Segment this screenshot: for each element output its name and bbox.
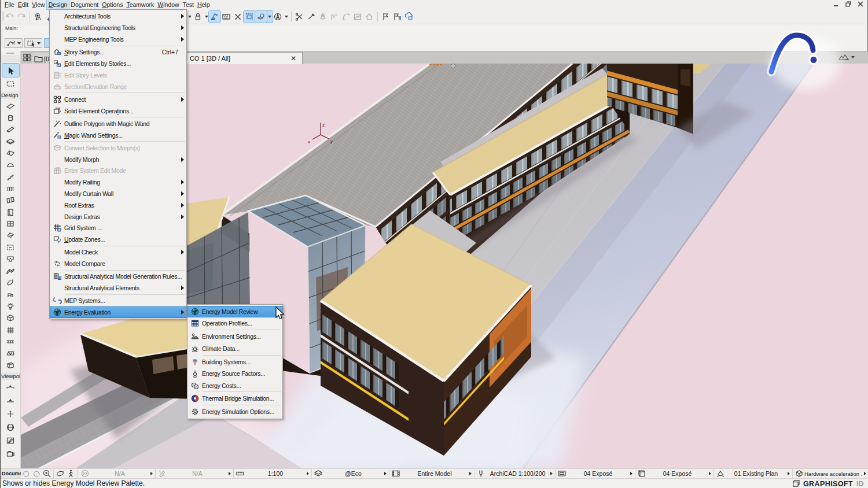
nav-button-zoom[interactable] [42, 469, 52, 478]
menubar-item-edit[interactable]: Edit [16, 0, 30, 9]
toolbar-button-fillet[interactable] [340, 11, 352, 23]
menu-item-section-elevation-range[interactable]: Section/Elevation Range [50, 81, 186, 93]
menu-item-model-check[interactable]: Model Check [50, 246, 186, 258]
submenu-item-energy-simulation-options[interactable]: Energy Simulation Options... [187, 406, 282, 418]
toolbar-button-cloud-download[interactable] [403, 11, 415, 23]
menu-item-structural-analytical-elements[interactable]: Structural Analytical Elements [50, 282, 186, 294]
quick-option-camera-view[interactable]: N/A [79, 469, 156, 478]
tool-grid-element[interactable] [2, 324, 19, 335]
menu-item-mep-systems[interactable]: MEP Systems... [50, 295, 186, 306]
tool-shell[interactable] [2, 159, 19, 171]
tab-active[interactable]: CO 1 [3D / All] ✕ [185, 52, 303, 64]
dock-drag-handle[interactable] [2, 28, 2, 47]
menubar-item-test[interactable]: Test [181, 0, 196, 9]
toolbar-button-split[interactable] [294, 11, 306, 23]
tab-pickup[interactable]: [0 [32, 53, 51, 64]
tool-slab[interactable] [2, 135, 19, 147]
nav-button-orbit[interactable] [55, 469, 65, 478]
tool-railing[interactable] [2, 183, 19, 194]
tool-3d-document[interactable] [2, 421, 19, 434]
dock-button-polyline-preview[interactable] [5, 38, 23, 48]
toolbar-button-corner-window[interactable] [329, 11, 340, 23]
menu-item-mep-engineering-tools[interactable]: MEP Engineering Tools [50, 34, 186, 45]
submenu-item-thermal-bridge-simulation[interactable]: Thermal Bridge Simulation... [187, 393, 282, 405]
toolbar-button-lock[interactable] [192, 11, 204, 23]
toolbar-button-place-tree[interactable] [317, 11, 329, 23]
menubar-item-window[interactable]: Window [156, 0, 181, 9]
menubar-item-design[interactable]: Design [47, 0, 69, 9]
tool-worksheet[interactable] [2, 448, 19, 461]
tool-arrow[interactable] [2, 64, 19, 77]
submenu-item-energy-model-review[interactable]: Energy Model Review [187, 306, 282, 318]
menubar-item-view[interactable]: View [30, 0, 47, 9]
dropdown-arrow-icon[interactable] [267, 11, 272, 23]
menu-item-grid-system[interactable]: Grid System ... [50, 222, 186, 234]
menubar-item-teamwork[interactable]: Teamwork [124, 0, 156, 9]
tool-stair[interactable] [2, 171, 19, 182]
tool-detail[interactable] [2, 434, 19, 448]
menu-item-connect[interactable]: Connect [50, 94, 186, 105]
toolbar-button-virtual-trace[interactable] [209, 11, 220, 23]
tool-lamp[interactable] [2, 301, 19, 312]
dropdown-arrow-icon[interactable] [284, 11, 289, 23]
toolbar-button-redo[interactable] [16, 11, 27, 23]
quick-option-model-view-options[interactable]: 04 Exposé [556, 469, 635, 478]
quick-option-structure-display[interactable]: Entire Model [389, 469, 475, 478]
dock-button-marquee-preview[interactable] [24, 38, 42, 48]
menu-item-modify-curtain-wall[interactable]: Modify Curtain Wall [50, 188, 186, 199]
menu-item-structural-analytical-model-generation-rules[interactable]: Structural Analytical Model Generation R… [50, 271, 186, 282]
tool-section[interactable] [2, 381, 19, 394]
tool-column[interactable] [2, 112, 19, 123]
toolbar-button-undo[interactable] [4, 11, 16, 23]
tool-roof[interactable] [2, 147, 19, 159]
toolbox-drag-handle[interactable] [6, 53, 14, 54]
toolbar-button-orientation[interactable] [272, 11, 284, 23]
toolbar-drag-handle[interactable] [2, 12, 3, 21]
submenu-item-building-systems[interactable]: Building Systems... [187, 356, 282, 368]
tool-morph[interactable] [2, 312, 19, 324]
submenu-item-operation-profiles[interactable]: Operation Profiles... [187, 317, 282, 330]
nav-button-view-redo[interactable] [31, 469, 42, 478]
tab-close-icon[interactable]: ✕ [289, 54, 297, 62]
menubar-item-document[interactable]: Document [69, 0, 100, 9]
graphisoft-id[interactable]: GRAPHISOFTID [791, 479, 863, 488]
tool-interior-elevation[interactable] [2, 408, 19, 421]
tool-beam[interactable] [2, 124, 19, 135]
toolbar-button-place-picture[interactable] [352, 11, 363, 23]
dropdown-arrow-icon[interactable] [204, 11, 209, 23]
tool-elevation[interactable] [2, 394, 19, 408]
menu-item-architectural-tools[interactable]: Architectural Tools [50, 11, 186, 23]
menubar-item-help[interactable]: Help [196, 0, 212, 9]
menubar-item-options[interactable]: Options [100, 0, 124, 9]
menu-item-solid-element-operations[interactable]: Solid Element Operations... [50, 105, 186, 117]
nav-button-explore[interactable] [65, 469, 76, 478]
menu-item-roof-extras[interactable]: Roof Extras [50, 199, 186, 211]
quick-views-icon[interactable] [23, 54, 32, 62]
menu-item-enter-system-edit-mode[interactable]: Enter System Edit Mode [50, 165, 186, 176]
submenu-item-environment-settings[interactable]: Environment Settings... [187, 331, 282, 343]
menu-item-edit-elements-by-stories[interactable]: Edit Elements by Stories... [50, 58, 186, 69]
submenu-item-energy-costs[interactable]: cc Energy Costs... [187, 379, 282, 391]
quick-option-layer-combination[interactable]: @Eco [312, 469, 389, 478]
tool-marquee[interactable] [2, 77, 19, 90]
tool-wall[interactable] [2, 100, 19, 112]
tool-curtain-wall[interactable] [2, 194, 19, 206]
menu-item-structural-engineering-tools[interactable]: Structural Engineering Tools [50, 22, 186, 34]
tool-opening-2[interactable] [2, 360, 19, 371]
tool-shell-2[interactable] [2, 277, 19, 289]
close-button[interactable] [857, 1, 864, 8]
menubar-item-file[interactable]: File [3, 0, 16, 9]
menu-item-magic-wand-settings[interactable]: Magic Wand Settings... [50, 130, 186, 141]
tool-object[interactable] [2, 289, 19, 300]
menu-item-design-extras[interactable]: Design Extras [50, 211, 186, 223]
quick-option-pen-set[interactable]: ArchiCAD 1:100/200 [475, 469, 556, 478]
toolbar-button-ruler-guides[interactable]: 12 [220, 11, 232, 23]
quick-option-renovation-filter[interactable]: 01 Existing Plan [714, 469, 793, 478]
toolbar-button-home-story[interactable] [363, 11, 375, 23]
submenu-item-climate-data[interactable]: Climate Data... [187, 342, 282, 354]
toolbar-button-pick-up-parameters[interactable] [306, 11, 317, 23]
minimize-button[interactable] [833, 1, 840, 8]
quick-option-scale[interactable]: 1:100 [234, 469, 312, 478]
submenu-item-energy-source-factors[interactable]: Energy Source Factors... [187, 368, 282, 380]
quick-option-graphic-override[interactable]: 04 Exposé [635, 469, 714, 478]
